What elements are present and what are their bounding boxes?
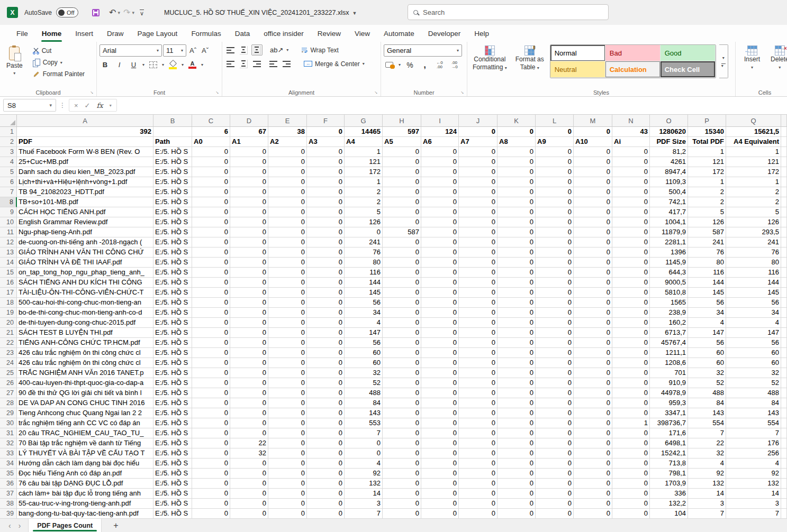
- cell[interactable]: 488: [688, 388, 726, 398]
- cell[interactable]: 76 câu bài tập DẠNG ĐỤC LỖ.pdf: [17, 479, 153, 489]
- cell[interactable]: 0: [574, 448, 612, 458]
- cell[interactable]: 4: [688, 458, 726, 469]
- cell[interactable]: [781, 167, 787, 177]
- cell[interactable]: 0: [421, 328, 459, 338]
- cell[interactable]: 0: [230, 328, 268, 338]
- cell[interactable]: 0: [421, 177, 459, 187]
- cell[interactable]: 2: [726, 187, 781, 197]
- cell[interactable]: 0: [497, 147, 536, 157]
- cell[interactable]: 0: [230, 428, 268, 438]
- name-box[interactable]: S8▾: [3, 99, 56, 112]
- cell[interactable]: 0: [192, 358, 230, 368]
- cell[interactable]: GIÁO TRÌNH ANH VĂN THI CÔNG CHỨ: [17, 247, 153, 258]
- cell[interactable]: 0: [497, 237, 536, 247]
- cell[interactable]: 0: [536, 418, 574, 428]
- row-header-18[interactable]: 18: [0, 298, 17, 308]
- cell[interactable]: 0: [459, 388, 497, 398]
- cell[interactable]: 1: [688, 177, 726, 187]
- sheet-tab-pdf-pages-count[interactable]: PDF Pages Count: [28, 519, 102, 532]
- cell[interactable]: 0: [459, 398, 497, 408]
- cell[interactable]: 0: [383, 318, 421, 328]
- row-header-30[interactable]: 30: [0, 418, 17, 428]
- cell[interactable]: 132,2: [650, 499, 688, 509]
- cell[interactable]: E:/5. HỒ S: [153, 147, 192, 157]
- cell[interactable]: 0: [459, 458, 497, 469]
- cell[interactable]: Tieng Anhcong chuc Quang Ngai lan 2 2: [17, 408, 153, 418]
- cell[interactable]: 713,8: [650, 458, 688, 469]
- cell[interactable]: 0: [536, 278, 574, 288]
- cell[interactable]: 144: [726, 278, 781, 288]
- cell[interactable]: 0: [497, 247, 536, 258]
- cell[interactable]: 0: [497, 268, 536, 278]
- increase-decimal-button[interactable]: ←0.00: [434, 59, 445, 70]
- cell[interactable]: 0: [268, 258, 307, 268]
- cell[interactable]: LÝ THUYẾT VÀ BÀI TẬP VỀ CẤU TẠO T: [17, 448, 153, 458]
- row-header-5[interactable]: 5: [0, 167, 17, 177]
- cell[interactable]: [781, 388, 787, 398]
- cell[interactable]: 0: [497, 157, 536, 167]
- cell[interactable]: 0: [307, 278, 345, 288]
- menu-tab-view[interactable]: View: [348, 25, 377, 42]
- cell[interactable]: 0: [307, 217, 345, 227]
- cell[interactable]: 0: [574, 338, 612, 348]
- cell[interactable]: 554: [726, 418, 781, 428]
- cell[interactable]: 1145,9: [650, 258, 688, 268]
- cell[interactable]: E:/5. HỒ S: [153, 398, 192, 408]
- row-header-27[interactable]: 27: [0, 388, 17, 398]
- cell[interactable]: 132: [726, 479, 781, 489]
- cell[interactable]: 147: [726, 328, 781, 338]
- cell[interactable]: 0: [497, 298, 536, 308]
- cell[interactable]: 0: [307, 338, 345, 348]
- cell[interactable]: 80: [726, 258, 781, 268]
- cell[interactable]: 0: [574, 147, 612, 157]
- cell[interactable]: [781, 398, 787, 408]
- cell[interactable]: 0: [268, 247, 307, 258]
- cell[interactable]: [781, 489, 787, 499]
- shrink-font-button[interactable]: Aˇ: [200, 45, 211, 56]
- paste-button[interactable]: Paste▾: [3, 44, 26, 78]
- cell[interactable]: 0: [574, 469, 612, 479]
- align-center-button[interactable]: [238, 58, 249, 69]
- cell[interactable]: 0: [268, 308, 307, 318]
- cell[interactable]: 0: [612, 298, 650, 308]
- cell[interactable]: 0: [497, 258, 536, 268]
- cell[interactable]: E:/5. HỒ S: [153, 408, 192, 418]
- cell[interactable]: 0: [421, 207, 459, 217]
- cell[interactable]: 6498,1: [650, 438, 688, 448]
- cell[interactable]: 0: [536, 509, 574, 519]
- cell[interactable]: 0: [574, 167, 612, 177]
- cell[interactable]: A1: [230, 137, 268, 147]
- cell[interactable]: cách làm+ bài tập đục lỗ trong tiếng anh: [17, 489, 153, 499]
- cell[interactable]: 0: [574, 368, 612, 378]
- cell[interactable]: [781, 479, 787, 489]
- cell[interactable]: 0: [497, 308, 536, 318]
- cell[interactable]: 0: [383, 469, 421, 479]
- cell[interactable]: 5810,8: [650, 288, 688, 298]
- cell[interactable]: 84: [688, 398, 726, 408]
- prev-sheet-button[interactable]: ‹: [8, 521, 11, 530]
- cell[interactable]: 0: [574, 428, 612, 438]
- cell[interactable]: 0: [497, 448, 536, 458]
- cell[interactable]: 0: [497, 187, 536, 197]
- cell[interactable]: E:/5. HỒ S: [153, 469, 192, 479]
- cell[interactable]: 0: [230, 378, 268, 388]
- cell[interactable]: 15242,1: [650, 448, 688, 458]
- cell[interactable]: 0: [230, 197, 268, 207]
- cell[interactable]: 0: [307, 479, 345, 489]
- cell[interactable]: 742,1: [650, 197, 688, 207]
- cell[interactable]: 0: [268, 509, 307, 519]
- cell[interactable]: 0: [421, 227, 459, 237]
- cell[interactable]: 7: [726, 428, 781, 438]
- cell[interactable]: 0: [307, 348, 345, 358]
- cell[interactable]: 0: [574, 237, 612, 247]
- cell[interactable]: 0: [536, 428, 574, 438]
- cell[interactable]: 0: [230, 318, 268, 328]
- row-header-3[interactable]: 3: [0, 147, 17, 157]
- cell[interactable]: 0: [536, 187, 574, 197]
- cell[interactable]: 0: [459, 288, 497, 298]
- cell[interactable]: 14465: [345, 127, 383, 137]
- cell[interactable]: 0: [459, 258, 497, 268]
- cell[interactable]: E:/5. HỒ S: [153, 348, 192, 358]
- cell[interactable]: 0: [307, 318, 345, 328]
- cell[interactable]: 67: [230, 127, 268, 137]
